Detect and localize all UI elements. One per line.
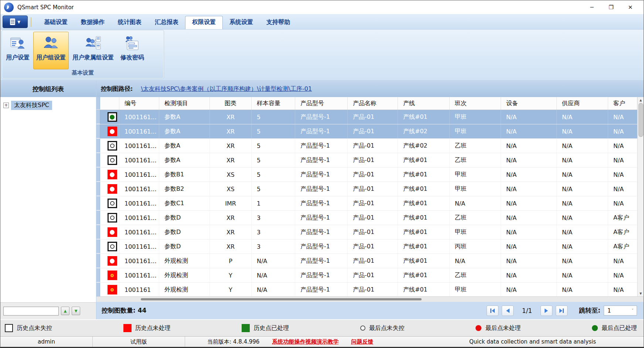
cell-产线: 产线#01 <box>398 211 450 225</box>
table-row-4[interactable]: 1001161...参数AXR5产品型号-1产品-01产线#01乙班N/AN/A… <box>96 153 637 168</box>
goto-page-select[interactable]: 1 ˅ <box>604 306 637 316</box>
table-row-8[interactable]: 1001161...参数DXR3产品型号-1产品-01产线#01乙班N/AN/A… <box>96 211 637 225</box>
cell-样本容量: 5 <box>252 168 295 182</box>
search-input[interactable] <box>3 307 59 316</box>
cell-检测项目: 参数B2 <box>159 182 210 196</box>
ribbon-group-label: 基本设置 <box>2 69 163 78</box>
tree-node-label[interactable]: 太友科技SPC <box>11 101 52 110</box>
column-header-4[interactable]: 样本容量 <box>252 97 295 110</box>
tree-node-root[interactable]: + 太友科技SPC <box>3 101 96 110</box>
cell-产品名称: 产品-01 <box>348 283 398 296</box>
title-bar: QSmart SPC Monitor ─ ❐ ✕ <box>0 0 644 14</box>
cell-产线: 产线#01 <box>398 182 450 196</box>
cell-图类: IMR <box>210 196 252 210</box>
row-header-strip <box>96 124 100 138</box>
column-header-9[interactable]: 设备 <box>501 97 557 110</box>
column-header-1[interactable]: 编号 <box>119 97 159 110</box>
cell-样本容量: 5 <box>252 182 295 196</box>
cell-样本容量: N/A <box>252 254 295 268</box>
maximize-button[interactable]: ❐ <box>602 2 621 13</box>
cell-设备: N/A <box>501 182 557 196</box>
cell-客户: N/A <box>608 168 637 182</box>
search-down-button[interactable]: ▼ <box>72 307 80 315</box>
cell-班次: 乙班 <box>450 153 501 167</box>
column-header-10[interactable]: 供应商 <box>557 97 608 110</box>
column-header-5[interactable]: 产品型号 <box>295 97 348 110</box>
legend-bar: 历史点未失控历史点未处理历史点已处理最后点未失控最后点未处理最后点已处理 <box>0 319 644 336</box>
tab-6[interactable]: 系统设置 <box>223 16 260 29</box>
cell-产线: 产线#01 <box>398 240 450 254</box>
row-header-strip <box>96 225 100 239</box>
app-window: QSmart SPC Monitor ─ ❐ ✕ ▼ 基础设置数据操作统计图表汇… <box>0 0 644 348</box>
cell-客户: N/A <box>608 268 637 282</box>
feedback-link[interactable]: 问题反馈 <box>351 338 373 345</box>
cell-检测项目: 参数B1 <box>159 168 210 182</box>
ribbon-buttons: 用户设置 用户组设置 <box>2 31 163 69</box>
tab-5[interactable]: 权限设置 <box>185 16 223 29</box>
cell-图类: XR <box>210 153 252 167</box>
scroll-up-icon[interactable]: ▲ <box>638 97 644 103</box>
column-header-2[interactable]: 检测项目 <box>159 97 210 110</box>
column-header-6[interactable]: 产品名称 <box>348 97 398 110</box>
tab-separator <box>31 17 31 27</box>
status-icon <box>100 139 119 153</box>
column-header-0[interactable] <box>100 97 119 110</box>
expand-icon[interactable]: + <box>3 103 9 108</box>
table-row-1[interactable]: 1001161...参数AXR5产品型号-1产品-01产线#01甲班N/AN/A… <box>96 110 637 124</box>
cell-样本容量: N/A <box>252 283 295 296</box>
table-row-11[interactable]: 1001161...外观检测PN/A产品型号-1产品-01产线#01N/AN/A… <box>96 254 637 268</box>
table-row-10[interactable]: 1001161...参数DXR3产品型号-1产品-01产线#01丙班N/AN/A… <box>96 240 637 254</box>
tab-2[interactable]: 数据操作 <box>74 16 111 29</box>
vertical-scroll-thumb[interactable] <box>638 103 643 137</box>
close-button[interactable]: ✕ <box>621 2 640 13</box>
content-area: 控制图路径: \太友科技SPC\参考案例（以工序顺序构建）\计量型检测\工序-0… <box>96 81 644 319</box>
tab-3[interactable]: 统计图表 <box>111 16 148 29</box>
cell-设备: N/A <box>501 139 557 153</box>
table-row-6[interactable]: 1001161...参数B2XS5产品型号-1产品-01产线#01甲班N/AN/… <box>96 182 637 196</box>
tab-7[interactable]: 支持帮助 <box>260 16 297 29</box>
column-header-11[interactable]: 客户 <box>608 97 637 110</box>
column-header-8[interactable]: 班次 <box>450 97 501 110</box>
table-row-13[interactable]: 1001161外观检测YN/A产品型号-1产品-01产线#01甲班N/AN/AN… <box>96 283 637 296</box>
table-row-7[interactable]: 1001161...参数C1IMR1产品型号-1产品-01产线#01N/AN/A… <box>96 196 637 211</box>
next-page-button[interactable] <box>541 306 552 316</box>
cell-班次: 乙班 <box>450 211 501 225</box>
status-icon <box>100 182 119 196</box>
scroll-down-icon[interactable]: ▼ <box>638 290 644 296</box>
cell-供应商: N/A <box>557 240 608 254</box>
chart-path-link[interactable]: \太友科技SPC\参考案例（以工序顺序构建）\计量型检测\工序-01 <box>141 85 312 93</box>
minimize-button[interactable]: ─ <box>582 2 602 13</box>
row-header-strip <box>96 182 100 196</box>
user-settings-button[interactable]: 用户设置 <box>3 32 33 69</box>
main-area: 控制组列表 + 太友科技SPC ▲ ▼ 控制图路径: \太友科技SPC\参考案例… <box>0 81 644 319</box>
change-password-button[interactable]: 修改密码 <box>117 32 147 69</box>
vertical-scrollbar[interactable]: ▲ ▼ <box>637 97 644 296</box>
previous-page-button[interactable] <box>502 306 514 316</box>
tab-1[interactable]: 基础设置 <box>37 16 74 29</box>
search-up-button[interactable]: ▲ <box>61 307 69 315</box>
cell-设备: N/A <box>501 196 557 210</box>
table-row-9[interactable]: 1001161...参数DXR3产品型号-1产品-01产线#01甲班N/AN/A… <box>96 225 637 240</box>
table-row-12[interactable]: 1001161...外观检测YN/A产品型号-1产品-01产线#01乙班N/AN… <box>96 268 637 283</box>
table-row-3[interactable]: 1001161...参数AXR5产品型号-1产品-01产线#02乙班N/AN/A… <box>96 139 637 153</box>
first-page-button[interactable] <box>487 306 498 316</box>
column-header-3[interactable]: 图类 <box>210 97 252 110</box>
cell-编号: 1001161... <box>119 153 159 167</box>
table-row-5[interactable]: 1001161...参数B1XS5产品型号-1产品-01产线#01甲班N/AN/… <box>96 168 637 182</box>
status-icon <box>100 153 119 167</box>
video-tutorial-link[interactable]: 系统功能操作视频演示教学 <box>272 338 338 345</box>
horizontal-scrollbar[interactable] <box>96 296 644 302</box>
last-page-button[interactable] <box>556 306 568 316</box>
table-row-2[interactable]: 1001161...参数AXR5产品型号-1产品-01产线#02甲班N/AN/A… <box>96 124 637 139</box>
legend-label: 最后点未失控 <box>369 324 405 332</box>
column-header-7[interactable]: 产线 <box>398 97 450 110</box>
user-membership-settings-button[interactable]: 用户隶属组设置 <box>69 32 117 69</box>
horizontal-scroll-thumb[interactable] <box>141 298 422 300</box>
cell-产品型号: 产品型号-1 <box>295 225 348 239</box>
app-menu-button[interactable]: ▼ <box>3 15 28 28</box>
cell-客户: N/A <box>608 254 637 268</box>
status-user: admin <box>0 337 93 347</box>
user-group-settings-button[interactable]: 用户组设置 <box>33 32 69 69</box>
cell-供应商: N/A <box>557 196 608 210</box>
tab-4[interactable]: 汇总报表 <box>148 16 185 29</box>
